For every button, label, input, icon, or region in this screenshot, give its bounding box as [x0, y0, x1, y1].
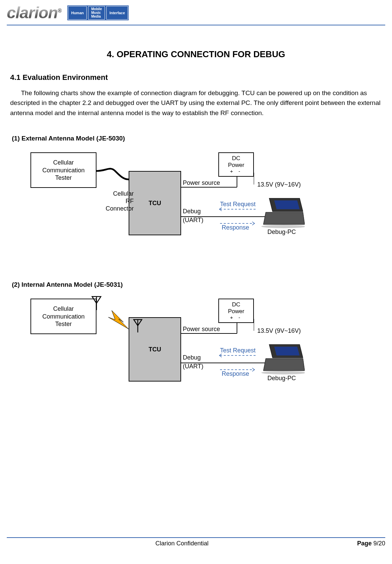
badge-music: Music [91, 11, 102, 15]
diagram-internal-antenna: Cellular Communication Tester TCU DC Pow… [24, 299, 362, 404]
clarion-logo: clarion® [7, 3, 61, 22]
badge-mobile: Mobile [91, 7, 102, 11]
dc-power-box: DC Power + - [218, 152, 254, 177]
dc-terminals: + - [228, 168, 244, 174]
svg-marker-22 [274, 347, 300, 355]
debug-label: Debug [183, 208, 201, 215]
badge-media: Media [91, 15, 102, 18]
tcu-box: TCU [129, 171, 181, 235]
svg-marker-23 [263, 359, 305, 371]
page-number: Page 9/20 [357, 540, 385, 547]
svg-marker-8 [263, 212, 305, 224]
power-source-label: Power source [183, 179, 220, 187]
page-title: 4. OPERATING CONNECTION FOR DEBUG [10, 49, 382, 60]
laptop-icon [261, 344, 305, 375]
svg-marker-10 [108, 310, 129, 329]
svg-point-24 [261, 371, 305, 374]
response-label: Response [222, 224, 249, 231]
confidential-label: Clarion Confidential [7, 540, 357, 547]
badge-mmm: Mobile Music Media [88, 6, 105, 20]
voltage-label: 13.5V (9V~16V) [257, 327, 301, 334]
test-request-label: Test Request [220, 347, 256, 354]
cellular-tester-label: Cellular Communication Tester [42, 305, 85, 328]
tcu-label: TCU [149, 346, 161, 353]
response-label: Response [222, 370, 249, 377]
page-header: clarion® Human Mobile Music Media Interf… [0, 0, 392, 22]
badge-interface: Interface [106, 6, 128, 20]
cellular-tester-box: Cellular Communication Tester [30, 152, 96, 188]
cellular-tester-label: Cellular Communication Tester [42, 159, 85, 182]
svg-point-9 [261, 225, 305, 228]
wireless-icon [108, 310, 129, 329]
page-value: 9/20 [373, 540, 385, 547]
tcu-label: TCU [149, 199, 161, 207]
dc-label: DC [228, 155, 244, 162]
debug-pc-label: Debug-PC [267, 375, 296, 382]
rf-connector-label: Cellular RF Connector [98, 190, 134, 212]
uart-label: (UART) [183, 217, 203, 224]
diagram-external-antenna: Cellular Communication Tester TCU DC Pow… [24, 152, 362, 257]
section-heading: 4.1 Evaluation Environment [10, 73, 382, 82]
diagram1-heading: (1) External Antenna Model (JE-5030) [12, 135, 382, 142]
dc-label: DC [228, 301, 244, 308]
voltage-label: 13.5V (9V~16V) [257, 181, 301, 188]
dc-terminals: + - [228, 314, 244, 320]
test-request-label: Test Request [220, 201, 256, 208]
diagram2-heading: (2) Internal Antenna Model (JE-5031) [12, 281, 382, 288]
page-footer: Clarion Confidential Page 9/20 [7, 537, 385, 547]
page-label: Page [357, 540, 373, 547]
tester-antenna-icon [91, 296, 102, 312]
uart-label: (UART) [183, 363, 203, 370]
dc-power-box: DC Power + - [218, 299, 254, 323]
hmmi-badge: Human Mobile Music Media Interface [68, 6, 128, 20]
footer-rule [7, 537, 385, 538]
badge-human: Human [68, 6, 87, 20]
intro-paragraph: The following charts show the example of… [10, 88, 382, 118]
power-source-label: Power source [183, 326, 220, 333]
debug-pc-label: Debug-PC [267, 229, 296, 236]
power-label: Power [228, 308, 244, 315]
svg-marker-7 [274, 200, 300, 209]
cellular-tester-box: Cellular Communication Tester [30, 299, 96, 334]
page-content: 4. OPERATING CONNECTION FOR DEBUG 4.1 Ev… [0, 25, 392, 404]
debug-label: Debug [183, 354, 201, 361]
clarion-logo-text: clarion [7, 4, 58, 22]
power-label: Power [228, 162, 244, 169]
tcu-antenna-icon [133, 319, 143, 334]
laptop-icon [261, 198, 305, 229]
